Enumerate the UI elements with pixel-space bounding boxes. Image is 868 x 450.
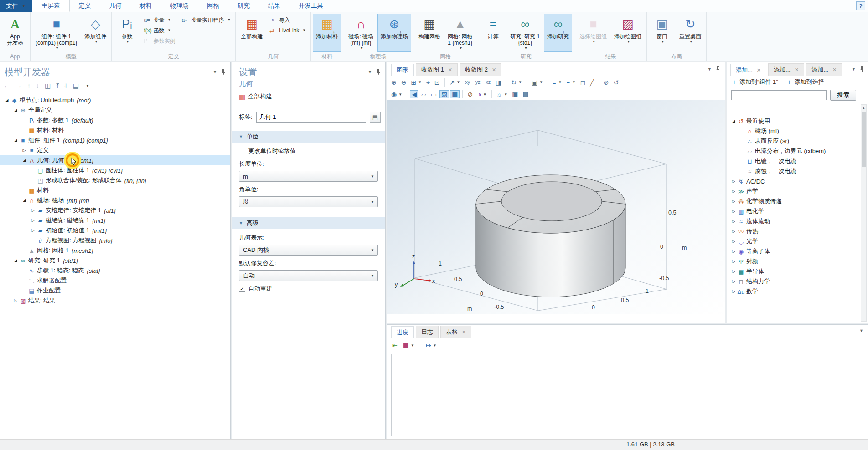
ribbon-button-添加绘图组[interactable]: ▨添加绘图组▼ [611, 14, 645, 52]
print-button[interactable]: ▤ [521, 90, 531, 98]
zoom-out-button[interactable]: ⊖ [399, 78, 408, 87]
collapsed-arrow-icon[interactable]: ▷ [730, 179, 737, 184]
section-header-高级[interactable]: ▼高级 [232, 217, 385, 229]
tree-item-电化学[interactable]: ▷▥电化学 [727, 206, 860, 216]
expanded-arrow-icon[interactable]: ◢ [21, 198, 27, 203]
tree-item-结构力学[interactable]: ▷⊓结构力学 [727, 276, 860, 286]
close-icon[interactable]: ✕ [795, 67, 799, 73]
help-button[interactable]: ? [856, 1, 865, 10]
tree-item-数学[interactable]: ▷Δu数学 [727, 286, 860, 297]
scroll-up-icon[interactable]: ▲ [861, 105, 866, 111]
tree-item-磁绝缘: 磁绝缘 1[interactable]: ▷▰磁绝缘: 磁绝缘 1{mi1} [0, 215, 230, 225]
select-box-button[interactable]: ◻ [579, 78, 588, 87]
ribbon-button-网格: 网格[interactable]: ▲网格: 网格 1 {mesh1}▼ [444, 14, 476, 52]
fit-window-button[interactable]: ⊡ [433, 78, 442, 87]
tree-item-步骤 1: 稳态: 稳态[interactable]: ∿步骤 1: 稳态: 稳态{stat} [0, 266, 230, 276]
tree-item-化学物质传递[interactable]: ▷⁂化学物质传递 [727, 196, 860, 206]
menu-tab-定义[interactable]: 定义 [70, 0, 100, 12]
ribbon-button-函数[interactable]: f(x)函数▼ [141, 25, 178, 36]
collapsed-arrow-icon[interactable]: ▷ [730, 209, 737, 214]
disable-3d-button[interactable]: ⊘ [465, 90, 475, 98]
camera-save-button[interactable]: ◓▼ [564, 78, 577, 87]
ribbon-button-组件: 组件 1[interactable]: ■组件: 组件 1 (comp1) {comp1}▼ [32, 14, 80, 52]
tree-item-电镀，二次电流[interactable]: ⊔电镀，二次电流 [727, 156, 860, 166]
menu-tab-网格[interactable]: 网格 [198, 0, 228, 12]
build-all-button[interactable]: ▦ 全部构建 [239, 92, 272, 101]
tree-item-AC/DC[interactable]: ▷↯AC/DC [727, 176, 860, 186]
tree-item-声学[interactable]: ▷≫声学 [727, 186, 860, 196]
collapsed-arrow-icon[interactable]: ▷ [730, 219, 737, 224]
tree-item-半导体[interactable]: ▷▦半导体 [727, 266, 860, 276]
tree-item-定义[interactable]: ▷≡定义 [0, 145, 230, 155]
close-icon[interactable]: ✕ [462, 329, 466, 335]
tab-日志[interactable]: 日志 [416, 326, 439, 338]
collapsed-arrow-icon[interactable]: ▷ [30, 228, 36, 233]
panel-menu-icon[interactable]: ▼ [852, 67, 856, 72]
menu-tab-研究[interactable]: 研究 [228, 0, 259, 12]
ribbon-button-选择绘图组[interactable]: ■选择绘图组▼ [576, 14, 610, 52]
go-to-view-button[interactable]: ↗▼ [448, 78, 462, 87]
collapsed-arrow-icon[interactable]: ▷ [730, 269, 737, 274]
view-xy-button[interactable]: xy [463, 78, 472, 86]
collapsed-arrow-icon[interactable]: ▷ [730, 259, 737, 264]
wireframe-button[interactable]: ▱ [419, 90, 428, 98]
expanded-arrow-icon[interactable]: ◢ [4, 98, 10, 102]
tree-item-作业配置[interactable]: ▤作业配置 [0, 286, 230, 296]
ribbon-button-添加组件[interactable]: ◇添加组件▼ [81, 14, 109, 52]
scene-light-button[interactable]: ▣▼ [530, 78, 545, 87]
tree-item-方程视图: 方程视图[interactable]: ∂方程视图: 方程视图{info} [0, 235, 230, 245]
ribbon-button-构建网格[interactable]: ▦构建网格 [415, 14, 444, 52]
checked-checkbox-icon[interactable]: ✓ [239, 286, 245, 292]
tab-收敛图 2[interactable]: 收敛图 2✕ [460, 63, 501, 76]
menu-tab-主屏幕[interactable]: 主屏幕 [32, 0, 70, 12]
select-默认修复容差:[interactable]: 自动▼ [239, 270, 378, 281]
ribbon-button-计算[interactable]: =计算 [480, 14, 506, 52]
collapsed-arrow-icon[interactable]: ▷ [730, 289, 737, 294]
tree-item-磁场 (mf)[interactable]: ∩磁场 (mf) [727, 126, 860, 136]
ribbon-button-App[interactable]: AApp 开发器 [2, 14, 28, 52]
select-长度单位:[interactable]: m▼ [239, 171, 378, 182]
move-window-button[interactable]: ↦▼ [424, 341, 439, 349]
file-menu-button[interactable]: 文件 ▼ [0, 0, 32, 12]
tree-item-安培定律: 安培定律 1[interactable]: ▷▰安培定律: 安培定律 1{al1} [0, 205, 230, 215]
scroll-thumb[interactable] [862, 112, 866, 167]
panel-menu-icon[interactable]: ▼ [859, 328, 863, 333]
ribbon-button-参数实例[interactable]: Pᵢ参数实例 [141, 36, 178, 46]
ribbon-button-添加研究[interactable]: ∞↓添加研究 [544, 14, 572, 52]
collapsed-arrow-icon[interactable]: ▷ [12, 298, 19, 303]
tree-item-参数: 参数 1[interactable]: Pᵢ参数: 参数 1{default} [0, 115, 230, 125]
scene-spin-button[interactable]: ☼▼ [495, 90, 510, 98]
collapsed-arrow-icon[interactable]: ▷ [30, 218, 36, 223]
menu-tab-开发工具[interactable]: 开发工具 [289, 0, 332, 12]
tab-添加...[interactable]: 添加...✕ [768, 63, 804, 76]
rotate-button[interactable]: ↻▼ [509, 78, 524, 87]
ribbon-button-重置桌面[interactable]: ↻重置桌面▼ [676, 14, 704, 52]
tree-item-形成联合体/装配: 形成联合体[interactable]: ◳形成联合体/装配: 形成联合体(fin) {fin} [0, 175, 230, 185]
collapsed-arrow-icon[interactable]: ▷ [730, 199, 737, 204]
tree-item-等离子体[interactable]: ▷◉等离子体 [727, 246, 860, 256]
collapsed-arrow-icon[interactable]: ▷ [21, 148, 27, 153]
reset-hiding-button[interactable]: ↺ [612, 78, 621, 87]
tree-item-材料[interactable]: ▦材料 [0, 185, 230, 195]
color-theme-button[interactable]: ◑▼ [475, 90, 488, 98]
label-input[interactable] [256, 112, 366, 123]
unchecked-checkbox-icon[interactable] [239, 148, 245, 154]
view-xz-button[interactable]: xz [483, 78, 493, 86]
tree-item-流体流动[interactable]: ▷≈流体流动 [727, 216, 860, 226]
menu-tab-材料[interactable]: 材料 [131, 0, 161, 12]
menu-tab-几何[interactable]: 几何 [100, 0, 131, 12]
collapsed-arrow-icon[interactable]: ▷ [730, 189, 737, 194]
tree-item-圆柱体: 圆柱体 1[interactable]: ▢圆柱体: 圆柱体 1(cyl1) {cyl1} [0, 165, 230, 175]
pin-icon[interactable] [221, 69, 226, 75]
add-link-添加到“组件 1”[interactable]: ＋添加到“组件 1” [731, 78, 778, 86]
tree-item-求解器配置[interactable]: ⋱求解器配置 [0, 276, 230, 286]
tree-item-几何: 几何 1[interactable]: ◢Λ几何: 几何 1{geom1} [0, 155, 230, 165]
tree-item-根节点: Untitled.mph[interactable]: ◢◆根节点: Untitled.mph(root) [0, 95, 230, 105]
plot-window-button[interactable]: ▨ [439, 90, 449, 98]
collapsed-arrow-icon[interactable]: ▷ [730, 239, 737, 244]
select-几何表示:[interactable]: CAD 内核▼ [239, 245, 378, 256]
graphics-viewport[interactable]: z y x 10.50-0.5m00.51-0.50m0.5 [388, 100, 725, 314]
expanded-arrow-icon[interactable]: ◢ [12, 138, 19, 143]
expanded-arrow-icon[interactable]: ◢ [12, 258, 19, 263]
ribbon-button-变量实用程序[interactable]: a⁎变量实用程序▼ [179, 15, 233, 25]
